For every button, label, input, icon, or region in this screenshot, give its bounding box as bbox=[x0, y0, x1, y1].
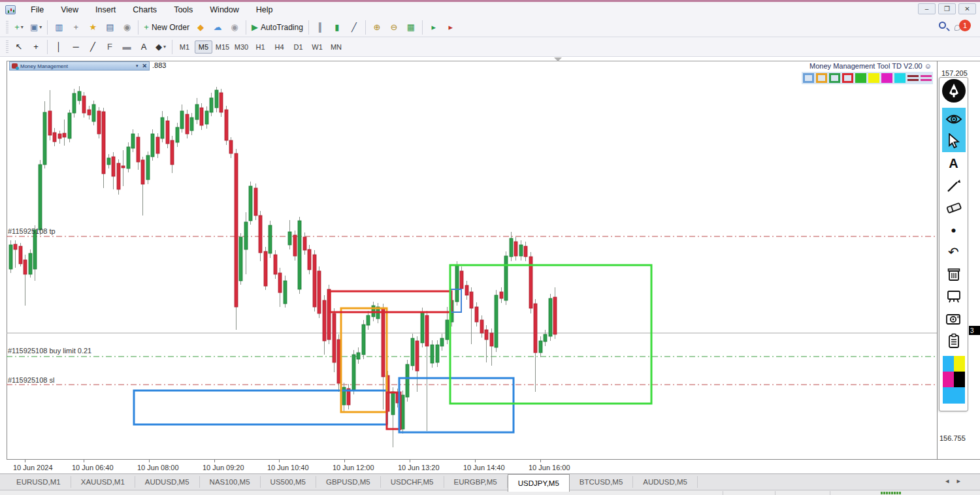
cursor-tool[interactable]: ↖ bbox=[11, 40, 27, 54]
broadcast-button[interactable]: ◉ bbox=[227, 20, 242, 35]
chart-tab-nas100-m5-3[interactable]: NAS100,M5 bbox=[200, 476, 261, 488]
camera-icon[interactable] bbox=[942, 308, 966, 330]
horizontal-line-tool[interactable]: ─ bbox=[68, 40, 84, 54]
app-icon[interactable] bbox=[5, 5, 16, 14]
chart-area[interactable] bbox=[7, 61, 937, 459]
pen-logo-icon[interactable] bbox=[942, 79, 966, 103]
menu-tools[interactable]: Tools bbox=[165, 3, 201, 16]
timeframe-h4[interactable]: H4 bbox=[270, 40, 288, 54]
timeframe-m5[interactable]: M5 bbox=[195, 40, 212, 54]
new-chart-button[interactable]: +▾ bbox=[11, 20, 27, 35]
chart-tab-audusd-m5-10[interactable]: AUDUSD,M5 bbox=[633, 476, 698, 488]
trash-icon[interactable] bbox=[942, 263, 966, 285]
time-label: 10 Jun 16:00 bbox=[529, 464, 570, 471]
time-label: 10 Jun 08:00 bbox=[137, 464, 179, 471]
candlestick-chart-button[interactable]: ▮ bbox=[329, 20, 345, 35]
menu-view[interactable]: View bbox=[52, 3, 87, 16]
time-axis[interactable]: 10 Jun 202410 Jun 06:4010 Jun 08:0010 Ju… bbox=[7, 459, 980, 473]
dot-tool-icon[interactable]: ● bbox=[942, 219, 966, 241]
toolbox-button[interactable]: ▤ bbox=[102, 20, 118, 35]
navigator-button[interactable]: ★ bbox=[85, 20, 101, 35]
money-management-title: Money Management bbox=[20, 63, 68, 69]
chart-tab-btcusd-m5-9[interactable]: BTCUSD,M5 bbox=[570, 476, 633, 488]
swatch-magenta-solid[interactable] bbox=[881, 73, 892, 83]
metaeditor-button[interactable]: ◆ bbox=[193, 20, 208, 35]
profiles-button[interactable]: ▣▾ bbox=[28, 20, 44, 35]
timeframe-m15[interactable]: M15 bbox=[214, 40, 231, 54]
swatch-cyan-solid[interactable] bbox=[894, 73, 906, 83]
cursor-tool-icon[interactable] bbox=[942, 130, 966, 152]
timeframe-mn[interactable]: MN bbox=[327, 40, 345, 54]
pencil-tool-icon[interactable] bbox=[942, 174, 966, 197]
timeframe-h1[interactable]: H1 bbox=[252, 40, 269, 54]
tile-windows-button[interactable]: ▦ bbox=[403, 20, 419, 35]
crosshair-tool[interactable]: + bbox=[28, 40, 44, 54]
time-label: 10 Jun 2024 bbox=[13, 464, 53, 471]
minimize-button[interactable]: – bbox=[918, 3, 936, 14]
timeframe-m30[interactable]: M30 bbox=[233, 40, 250, 54]
swatch-green-outline[interactable] bbox=[829, 73, 840, 83]
color-palette[interactable] bbox=[943, 356, 965, 404]
close-button[interactable]: ✕ bbox=[958, 3, 976, 14]
search-icon[interactable] bbox=[939, 22, 946, 29]
zoom-out-button[interactable]: ⊖ bbox=[386, 20, 402, 35]
swatch-blue-outline[interactable] bbox=[803, 73, 814, 83]
swatch-green-solid[interactable] bbox=[855, 73, 866, 83]
swatch-red-outline[interactable] bbox=[842, 73, 853, 83]
panel-close-icon[interactable]: ✕ bbox=[142, 63, 147, 69]
line-chart-button[interactable]: ╱ bbox=[346, 20, 362, 35]
eraser-tool-icon[interactable] bbox=[942, 197, 966, 219]
auto-scroll-button[interactable]: ▸ bbox=[426, 20, 442, 35]
tab-scroll-arrows[interactable]: ◂▸ bbox=[945, 477, 968, 485]
chart-shift-button[interactable]: ▸ bbox=[443, 20, 459, 35]
chart-tab-audusd-m5-2[interactable]: AUDUSD,M5 bbox=[135, 476, 200, 488]
notification-badge[interactable]: 1 bbox=[959, 20, 971, 31]
undo-icon[interactable]: ↶ bbox=[942, 241, 966, 263]
menu-file[interactable]: File bbox=[22, 3, 52, 16]
menu-insert[interactable]: Insert bbox=[87, 3, 124, 16]
chart-tab-gbpusd-m5-5[interactable]: GBPUSD,M5 bbox=[316, 476, 381, 488]
menu-help[interactable]: Help bbox=[248, 3, 282, 16]
chart-tab-eurgbp-m5-7[interactable]: EURGBP,M5 bbox=[444, 476, 508, 488]
rectangle-tool[interactable]: ▬ bbox=[119, 40, 135, 54]
swatch-darkred-dashes[interactable] bbox=[907, 73, 919, 83]
menu-bar: FileViewInsertChartsToolsWindowHelp – ❐ … bbox=[0, 2, 980, 18]
chart-tab-usdchf-m5-6[interactable]: USDCHF,M5 bbox=[381, 476, 444, 488]
timeframe-m1[interactable]: M1 bbox=[176, 40, 193, 54]
chart-tab-xauusd-m1-1[interactable]: XAUUSD,M1 bbox=[71, 476, 135, 488]
price-axis-top-value: 157.205 bbox=[941, 69, 968, 77]
menu-charts[interactable]: Charts bbox=[124, 3, 165, 16]
swatch-orange-outline[interactable] bbox=[816, 73, 827, 83]
panel-dropdown-icon[interactable]: ▾ bbox=[136, 63, 139, 69]
new-order-button[interactable]: +New Order bbox=[142, 20, 191, 35]
bar-chart-button[interactable]: ║ bbox=[312, 20, 328, 35]
restore-button[interactable]: ❐ bbox=[938, 3, 956, 14]
text-tool[interactable]: A bbox=[136, 40, 152, 54]
easel-icon[interactable] bbox=[942, 285, 966, 308]
strategy-tester-button[interactable]: ◉ bbox=[119, 20, 135, 35]
chart-tab-eurusd-m1-0[interactable]: EURUSD,M1 bbox=[7, 476, 71, 488]
trendline-tool[interactable]: ╱ bbox=[85, 40, 101, 54]
menu-window[interactable]: Window bbox=[201, 3, 247, 16]
tp-order-label: #115925108 tp bbox=[8, 227, 56, 235]
market-watch-button[interactable]: ▥ bbox=[51, 20, 67, 35]
zoom-in-button[interactable]: ⊕ bbox=[369, 20, 385, 35]
swatch-magenta-dashes[interactable] bbox=[921, 73, 932, 83]
timeframe-w1[interactable]: W1 bbox=[308, 40, 326, 54]
chart-tab-usdjpy-m5-8[interactable]: USDJPY,M5 bbox=[508, 474, 570, 492]
community-button[interactable]: ☁ bbox=[210, 20, 225, 35]
autotrading-button[interactable]: ▶AutoTrading bbox=[250, 20, 305, 35]
vertical-line-tool[interactable]: │ bbox=[51, 40, 67, 54]
arrows-tool[interactable]: ◆▾ bbox=[153, 40, 169, 54]
fibonacci-tool[interactable]: F bbox=[102, 40, 118, 54]
eye-icon[interactable] bbox=[942, 108, 966, 130]
chart-tab-us500-m5-4[interactable]: US500,M5 bbox=[261, 476, 316, 488]
money-management-panel-titlebar[interactable]: Money Management ▾ ✕ bbox=[9, 61, 150, 71]
timeframe-d1[interactable]: D1 bbox=[289, 40, 307, 54]
time-label: 10 Jun 09:20 bbox=[203, 464, 244, 471]
swatch-yellow-solid[interactable] bbox=[868, 73, 879, 83]
clipboard-icon[interactable] bbox=[942, 330, 966, 352]
data-window-button[interactable]: + bbox=[68, 20, 84, 35]
text-tool-icon[interactable]: A bbox=[942, 152, 966, 174]
chart-scroll-marker bbox=[554, 57, 562, 61]
